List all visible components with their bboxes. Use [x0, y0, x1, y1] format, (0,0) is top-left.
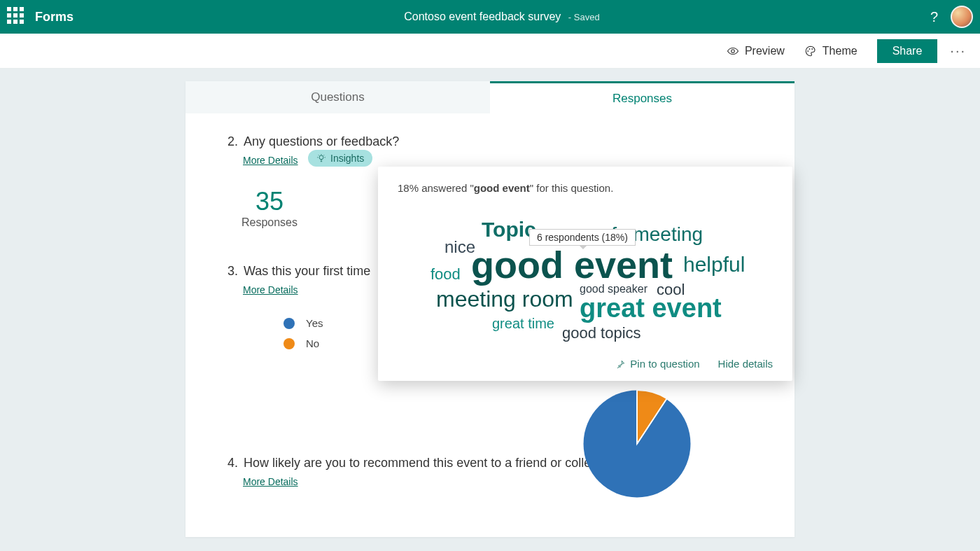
document-title[interactable]: Contoso event feedback survey - Saved: [74, 11, 930, 23]
pin-to-question-button[interactable]: Pin to question: [616, 358, 699, 370]
wc-good-topics[interactable]: good topics: [562, 324, 641, 342]
svg-point-3: [811, 48, 813, 50]
more-details-q4[interactable]: More Details: [243, 476, 298, 487]
tabs: Questions Responses: [186, 81, 794, 113]
word-cloud-tooltip: 6 respondents (18%): [529, 229, 636, 246]
header-right: ?: [930, 6, 973, 28]
response-count-label: Responses: [200, 216, 340, 229]
question-3-text: Was this your first time: [244, 264, 370, 279]
preview-button[interactable]: Preview: [727, 45, 785, 57]
insights-popover: 18% answered "good event" for this quest…: [378, 167, 792, 381]
app-launcher-icon[interactable]: [7, 7, 27, 27]
tab-questions[interactable]: Questions: [186, 81, 490, 113]
more-details-q2[interactable]: More Details: [243, 155, 298, 166]
legend-dot-yes: [284, 318, 295, 329]
insights-pill[interactable]: Insights: [308, 150, 372, 167]
response-count-number: 35: [200, 187, 340, 216]
svg-point-2: [808, 48, 810, 50]
app-header: Forms Contoso event feedback survey - Sa…: [0, 0, 980, 34]
hide-details-button[interactable]: Hide details: [718, 358, 773, 370]
word-cloud: Topic ...fo meeting nice good event help…: [398, 211, 773, 351]
question-2-text: Any questions or feedback?: [244, 134, 399, 149]
question-2-number: 2.: [227, 134, 238, 149]
svg-point-0: [732, 49, 735, 53]
wc-helpful[interactable]: helpful: [683, 253, 745, 277]
insights-label: Insights: [330, 153, 364, 164]
theme-label: Theme: [822, 45, 858, 57]
tab-responses[interactable]: Responses: [490, 81, 794, 113]
eye-icon: [727, 45, 739, 57]
share-button[interactable]: Share: [877, 39, 938, 63]
theme-button[interactable]: Theme: [804, 45, 858, 57]
svg-point-1: [807, 50, 808, 52]
response-count: 35 Responses: [200, 187, 340, 229]
more-details-q3[interactable]: More Details: [243, 284, 298, 295]
popover-actions: Pin to question Hide details: [398, 358, 773, 370]
help-icon[interactable]: ?: [930, 9, 938, 25]
pie-chart: [578, 384, 696, 506]
app-name[interactable]: Forms: [35, 10, 74, 25]
legend-dot-no: [284, 338, 295, 349]
lightbulb-icon: [316, 153, 326, 163]
question-4-block: 4. How likely are you to recommend this …: [186, 365, 794, 495]
question-4-text: How likely are you to recommend this eve…: [244, 456, 626, 470]
wc-meeting-room[interactable]: meeting room: [436, 286, 573, 312]
avatar[interactable]: [951, 6, 973, 28]
pin-icon: [616, 359, 626, 369]
command-bar: Preview Theme Share ···: [0, 34, 980, 69]
wc-great-event[interactable]: great event: [580, 293, 722, 323]
question-3-number: 3.: [227, 264, 238, 279]
insights-summary-prefix: 18% answered ": [398, 182, 474, 194]
share-label: Share: [892, 45, 923, 57]
wc-great-time[interactable]: great time: [492, 316, 554, 332]
more-icon[interactable]: ···: [950, 43, 966, 59]
hide-label: Hide details: [718, 358, 773, 370]
question-4-number: 4.: [227, 456, 238, 470]
question-2-title: 2. Any questions or feedback?: [227, 134, 752, 149]
wc-food[interactable]: food: [430, 265, 461, 284]
saved-indicator: - Saved: [568, 12, 600, 22]
pin-label: Pin to question: [630, 358, 699, 370]
preview-label: Preview: [745, 45, 785, 57]
insights-summary: 18% answered "good event" for this quest…: [398, 182, 773, 194]
insights-summary-suffix: " for this question.: [530, 182, 614, 194]
wc-topic[interactable]: Topic: [482, 218, 536, 242]
wc-good-event[interactable]: good event: [471, 243, 673, 286]
document-title-text: Contoso event feedback survey: [404, 11, 561, 22]
svg-point-4: [319, 155, 323, 160]
palette-icon: [804, 45, 817, 57]
insights-summary-bold: good event: [474, 182, 530, 194]
